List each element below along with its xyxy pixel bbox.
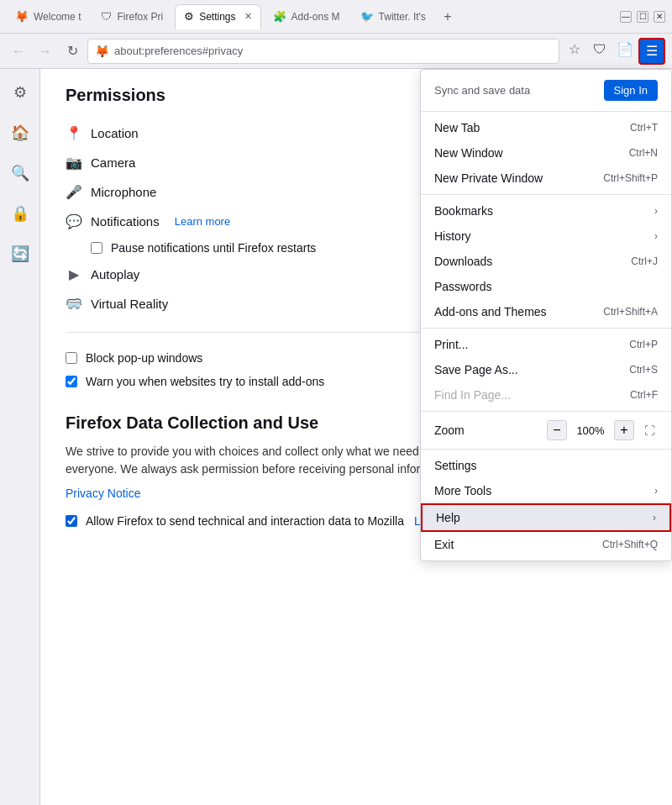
notifications-learn-more-link[interactable]: Learn more [175, 215, 230, 228]
tab-label-settings: Settings [199, 11, 235, 23]
pause-notifications-checkbox[interactable] [91, 242, 102, 254]
menu-item-more-tools[interactable]: More Tools › [421, 478, 671, 503]
url-text: about:preferences#privacy [114, 45, 243, 57]
tab-twitter[interactable]: 🐦 Twitter. It's [352, 4, 434, 29]
tab-icon-twitter: 🐦 [360, 10, 374, 23]
menu-item-passwords-label: Passwords [434, 280, 491, 293]
menu-item-history[interactable]: History › [421, 224, 671, 249]
pdf-button[interactable]: 📄 [613, 38, 637, 61]
warn-addons-checkbox[interactable] [66, 376, 77, 387]
menu-item-help[interactable]: Help › [421, 503, 671, 532]
menu-tools-section: Settings More Tools › Help › Exit Ctrl+S… [421, 450, 671, 560]
location-label: Location [91, 126, 139, 140]
zoom-expand-button[interactable]: ⛶ [641, 422, 658, 439]
menu-item-print-label: Print... [434, 338, 468, 351]
shield-button[interactable]: 🛡 [588, 38, 612, 61]
menu-item-new-tab[interactable]: New Tab Ctrl+T [421, 115, 671, 140]
block-popups-label: Block pop-up windows [86, 351, 202, 365]
sidebar-icon-gear[interactable]: ⚙ [7, 79, 34, 106]
notifications-icon: 💬 [66, 213, 82, 229]
browser-content: ⚙ 🏠 🔍 🔒 🔄 Permissions 📍 Location 📷 Camer… [0, 69, 672, 805]
menu-item-new-window-label: New Window [434, 146, 503, 160]
zoom-increase-button[interactable]: + [614, 420, 634, 440]
window-controls: — ☐ ✕ [620, 11, 665, 23]
menu-item-save-page[interactable]: Save Page As... Ctrl+S [421, 357, 671, 382]
tab-welcome[interactable]: 🦊 Welcome t [7, 4, 89, 29]
nav-actions: ☆ 🛡 📄 ☰ [563, 38, 665, 65]
nav-bar: ← → ↻ 🦊 about:preferences#privacy ☆ 🛡 📄 … [0, 34, 672, 69]
tab-addons[interactable]: 🧩 Add-ons M [265, 4, 349, 29]
privacy-notice-link[interactable]: Privacy Notice [66, 487, 140, 500]
microphone-icon: 🎤 [66, 184, 82, 200]
address-bar[interactable]: 🦊 about:preferences#privacy [87, 39, 559, 64]
allow-technical-data-label: Allow Firefox to send technical and inte… [86, 513, 474, 530]
back-button[interactable]: ← [7, 39, 30, 63]
menu-item-new-tab-label: New Tab [434, 121, 480, 134]
menu-item-more-tools-label: More Tools [434, 484, 491, 497]
tab-close-settings[interactable]: ✕ [244, 11, 252, 22]
zoom-row: Zoom − 100% + ⛶ [421, 415, 671, 445]
help-arrow-icon: › [653, 512, 656, 524]
menu-item-downloads-shortcut: Ctrl+J [631, 255, 658, 267]
minimize-button[interactable]: — [620, 11, 632, 23]
menu-item-print[interactable]: Print... Ctrl+P [421, 332, 671, 357]
warn-addons-label: Warn you when websites try to install ad… [86, 375, 324, 388]
sidebar-icon-sync[interactable]: 🔄 [7, 240, 34, 267]
bookmark-button[interactable]: ☆ [563, 38, 586, 61]
menu-item-exit-label: Exit [434, 538, 454, 551]
menu-item-save-page-label: Save Page As... [434, 363, 518, 376]
menu-item-passwords[interactable]: Passwords [421, 274, 671, 299]
tab-label-addons: Add-ons M [291, 11, 340, 23]
menu-item-find-in-page-label: Find In Page... [434, 388, 511, 402]
menu-item-help-label: Help [436, 511, 460, 524]
block-popups-checkbox[interactable] [66, 352, 77, 364]
menu-item-save-page-shortcut: Ctrl+S [629, 364, 658, 376]
virtualreality-label: Virtual Reality [91, 297, 168, 311]
maximize-button[interactable]: ☐ [637, 11, 648, 23]
autoplay-label: Autoplay [91, 267, 139, 281]
menu-item-print-shortcut: Ctrl+P [629, 339, 658, 350]
close-button[interactable]: ✕ [654, 11, 665, 23]
menu-item-settings-label: Settings [434, 459, 477, 472]
forward-button[interactable]: → [34, 39, 57, 63]
tab-label-twitter: Twitter. It's [379, 11, 426, 23]
history-arrow-icon: › [654, 230, 658, 242]
menu-item-downloads[interactable]: Downloads Ctrl+J [421, 249, 671, 274]
sidebar-icon-home[interactable]: 🏠 [7, 119, 34, 146]
menu-item-new-window-shortcut: Ctrl+N [629, 147, 658, 159]
add-tab-button[interactable]: + [438, 7, 458, 27]
menu-item-downloads-label: Downloads [434, 255, 492, 268]
menu-item-new-private-window-label: New Private Window [434, 171, 543, 185]
camera-icon: 📷 [66, 155, 82, 171]
menu-item-new-private-window[interactable]: New Private Window Ctrl+Shift+P [421, 166, 671, 191]
title-bar: 🦊 Welcome t 🛡 Firefox Pri ⚙ Settings ✕ 🧩… [0, 0, 672, 34]
reload-button[interactable]: ↻ [60, 39, 84, 63]
menu-page-section: Print... Ctrl+P Save Page As... Ctrl+S F… [421, 329, 671, 412]
sidebar-icon-search[interactable]: 🔍 [7, 160, 34, 187]
settings-sidebar: ⚙ 🏠 🔍 🔒 🔄 [0, 69, 40, 805]
menu-item-find-in-page-shortcut: Ctrl+F [630, 389, 658, 401]
tab-icon-welcome: 🦊 [15, 10, 29, 23]
menu-item-addons-themes[interactable]: Add-ons and Themes Ctrl+Shift+A [421, 299, 671, 324]
menu-item-new-private-window-shortcut: Ctrl+Shift+P [603, 172, 658, 184]
more-tools-arrow-icon: › [654, 485, 658, 497]
allow-technical-data-checkbox[interactable] [66, 515, 77, 527]
menu-new-section: New Tab Ctrl+T New Window Ctrl+N New Pri… [421, 112, 671, 195]
hamburger-menu-button[interactable]: ☰ [638, 38, 665, 65]
menu-item-bookmarks[interactable]: Bookmarks › [421, 198, 671, 224]
location-icon: 📍 [66, 125, 82, 141]
microphone-label: Microphone [91, 185, 156, 199]
sidebar-icon-lock[interactable]: 🔒 [7, 200, 34, 227]
tab-settings[interactable]: ⚙ Settings ✕ [175, 4, 260, 29]
menu-sync-section: Sync and save data Sign In [421, 70, 671, 112]
menu-item-exit[interactable]: Exit Ctrl+Shift+Q [421, 532, 671, 557]
sign-in-button[interactable]: Sign In [604, 80, 658, 101]
menu-item-new-window[interactable]: New Window Ctrl+N [421, 140, 671, 166]
virtualreality-icon: 🥽 [66, 296, 82, 312]
autoplay-icon: ▶ [66, 266, 82, 282]
tab-firefox-priv[interactable]: 🛡 Firefox Pri [92, 4, 171, 29]
zoom-decrease-button[interactable]: − [547, 420, 567, 440]
menu-item-settings[interactable]: Settings [421, 453, 671, 478]
tab-icon-addons: 🧩 [273, 10, 286, 23]
menu-item-history-label: History [434, 229, 471, 243]
